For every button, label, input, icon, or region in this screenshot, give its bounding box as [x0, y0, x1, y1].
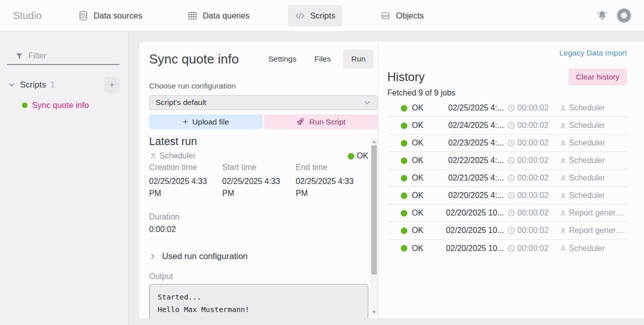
- upload-file-button[interactable]: + Upload file: [149, 114, 263, 129]
- rocket-icon: [296, 118, 305, 126]
- creation-time-label: Creation time: [149, 163, 222, 172]
- plus-icon: +: [183, 117, 188, 127]
- start-time-value: 02/25/2025 4:33 PM: [222, 176, 296, 200]
- history-subtitle: Fetched 9 of 9 jobs: [387, 88, 627, 98]
- status-dot-green: [401, 105, 407, 112]
- legacy-data-import-link[interactable]: Legacy Data Import: [559, 48, 627, 58]
- person-icon: [559, 104, 567, 112]
- nav-item-data-sources[interactable]: Data sources: [71, 5, 149, 26]
- duration-value: 0:00:02: [149, 225, 368, 234]
- sidebar-item-label: Sync quote info: [32, 100, 89, 110]
- run-pane: Sync quote info Settings Files Run Choos…: [139, 42, 378, 318]
- run-config-select[interactable]: Script's default: [149, 95, 378, 110]
- job-duration: 00:00:02: [517, 138, 548, 148]
- output-line: Started...: [158, 291, 360, 304]
- chevron-down-icon[interactable]: [8, 81, 16, 88]
- job-date: 02/20/2025 10...: [440, 244, 504, 253]
- status-dot-green: [401, 158, 407, 164]
- add-script-button[interactable]: +: [104, 77, 120, 92]
- header-actions: [596, 8, 631, 22]
- job-user: Scheduler: [569, 244, 605, 253]
- person-icon: [559, 157, 567, 164]
- job-user: Report gener…: [569, 208, 623, 218]
- filter-input[interactable]: [29, 52, 109, 60]
- scripts-count: 1: [51, 80, 55, 90]
- history-row[interactable]: OK 02/20/2025 10... 00:00:02 Scheduler: [387, 240, 627, 257]
- history-row[interactable]: OK 02/20/2025 10... 00:00:02 Report gene…: [387, 204, 627, 222]
- job-duration: 00:00:02: [517, 104, 548, 112]
- output-line: Hello Max Mustermann!: [158, 304, 360, 316]
- creation-time-value: 02/25/2025 4:33 PM: [149, 176, 222, 200]
- history-heading: History: [387, 70, 425, 84]
- status-dot-green: [401, 122, 407, 129]
- tab-files[interactable]: Files: [308, 50, 337, 68]
- person-icon: [559, 192, 567, 200]
- run-config-label: Choose run configuration: [149, 82, 378, 90]
- output-console[interactable]: Started... Hello Max Mustermann!: [149, 284, 368, 318]
- scroll-up-arrow[interactable]: ▲: [372, 138, 376, 145]
- person-icon: [559, 174, 567, 182]
- history-row[interactable]: OK 02/24/2025 4:... 00:00:02 Scheduler: [387, 117, 627, 134]
- vertical-scrollbar[interactable]: ▲ ▼: [370, 138, 378, 316]
- history-rows: OK 02/25/2025 4:... 00:00:02 Scheduler O…: [387, 100, 627, 257]
- clock-icon: [507, 209, 515, 217]
- main-area: Sync quote info Settings Files Run Choos…: [129, 32, 644, 325]
- scripts-group[interactable]: Scripts 1 +: [7, 77, 120, 92]
- output-label: Output: [149, 272, 368, 281]
- job-duration: 00:00:02: [517, 156, 548, 165]
- history-row[interactable]: OK 02/20/2025 10... 00:00:02 Report gene…: [387, 222, 627, 240]
- clock-icon: [507, 226, 515, 234]
- nav-item-scripts[interactable]: Scripts: [288, 5, 342, 26]
- latest-run-status: OK: [348, 152, 368, 160]
- nav-item-objects[interactable]: Objects: [373, 5, 431, 26]
- history-row[interactable]: OK 02/22/2025 4:... 00:00:02 Scheduler: [387, 152, 627, 170]
- history-pane: Legacy Data Import History Clear history…: [378, 42, 644, 318]
- history-row[interactable]: OK 02/25/2025 4:... 00:00:02 Scheduler: [387, 100, 627, 117]
- clear-history-button[interactable]: Clear history: [568, 68, 627, 86]
- scroll-down-arrow[interactable]: ▼: [372, 309, 376, 316]
- used-run-configuration-expander[interactable]: Used run configuration: [149, 252, 368, 262]
- used-run-configuration-label: Used run configuration: [162, 252, 248, 262]
- person-icon: [559, 227, 567, 234]
- clock-icon: [507, 139, 515, 147]
- nav-label: Data sources: [94, 11, 142, 20]
- job-user: Scheduler: [569, 138, 605, 148]
- history-row[interactable]: OK 02/23/2025 4:... 00:00:02 Scheduler: [387, 134, 627, 152]
- status-dot-green: [401, 140, 407, 146]
- job-duration: 00:00:02: [517, 226, 548, 235]
- tab-settings[interactable]: Settings: [262, 50, 302, 68]
- run-script-button[interactable]: Run Script: [264, 114, 378, 129]
- avatar[interactable]: [617, 8, 631, 22]
- status-dot-green: [401, 245, 407, 252]
- person-icon: [559, 244, 567, 252]
- clock-icon: [507, 156, 515, 164]
- status-dot-green: [401, 192, 407, 199]
- filter-icon: [15, 52, 24, 60]
- script-card: Sync quote info Settings Files Run Choos…: [139, 42, 644, 318]
- start-time-label: Start time: [222, 163, 296, 172]
- tab-run[interactable]: Run: [343, 50, 374, 68]
- history-row[interactable]: OK 02/20/2025 4:... 00:00:02 Scheduler: [387, 187, 627, 204]
- page-title: Sync quote info: [149, 52, 239, 67]
- job-date: 02/24/2025 4:...: [440, 121, 504, 130]
- bell-icon[interactable]: [596, 10, 608, 22]
- person-icon: [559, 140, 567, 147]
- clock-icon: [507, 244, 515, 252]
- run-config-value: Script's default: [156, 98, 206, 107]
- duration-label: Duration: [149, 212, 368, 222]
- scripts-group-label: Scripts: [20, 80, 46, 90]
- nav-item-data-queries[interactable]: Data queries: [180, 5, 257, 26]
- scrollbar-thumb[interactable]: [371, 146, 377, 274]
- job-user: Scheduler: [569, 191, 605, 200]
- end-time-label: End time: [296, 163, 370, 172]
- top-nav: Studio Data sources Data queries: [0, 0, 644, 32]
- status-dot-green: [401, 210, 407, 216]
- sidebar-item-sync-quote-info[interactable]: Sync quote info: [22, 100, 120, 110]
- person-icon: [559, 122, 567, 130]
- script-tabs: Settings Files Run: [262, 50, 374, 68]
- clock-icon: [507, 192, 515, 200]
- job-date: 02/22/2025 4:...: [440, 156, 504, 165]
- clock-icon: [507, 122, 515, 130]
- latest-run-region: Latest run Scheduler OK: [149, 134, 378, 318]
- history-row[interactable]: OK 02/21/2025 4:... 00:00:02 Scheduler: [387, 170, 627, 187]
